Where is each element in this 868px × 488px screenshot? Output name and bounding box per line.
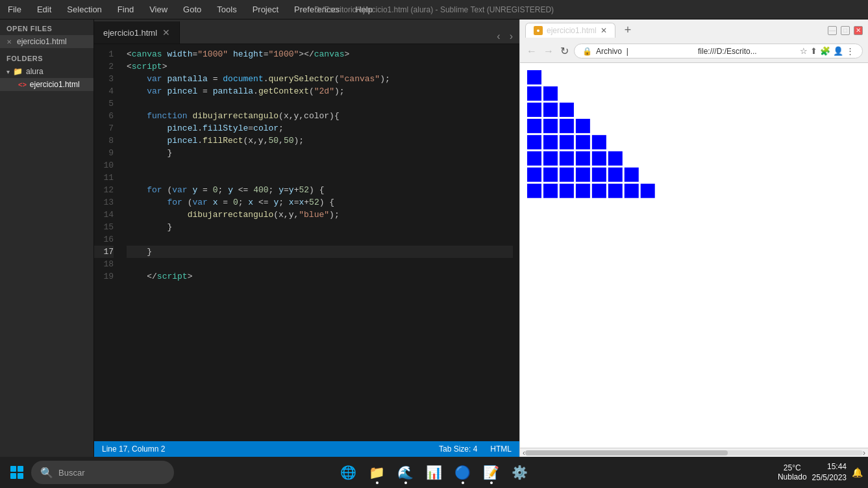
start-button[interactable] [5, 461, 29, 484]
browser-close-btn[interactable]: ✕ [854, 26, 863, 35]
back-button[interactable]: ← [525, 44, 538, 58]
browser-tab-close[interactable]: ✕ [601, 26, 607, 35]
browser-restore-btn[interactable]: □ [841, 26, 850, 35]
editor-tab[interactable]: ejercicio1.html ✕ [94, 21, 180, 44]
status-line-col: Line 17, Column 2 [102, 444, 165, 454]
code-content[interactable]: <canvas width="1000" height="1000"></can… [120, 44, 519, 441]
close-file-icon[interactable]: ✕ [6, 38, 12, 45]
tab-close-icon[interactable]: ✕ [162, 27, 170, 38]
clock-date: 25/5/2023 [812, 472, 847, 483]
html-file-icon: <> [18, 81, 27, 88]
menu-bar: D:/Escritorio/ejercicio1.html (alura) - … [0, 0, 868, 19]
sidebar: OPEN FILES ✕ ejercicio1.html FOLDERS ▾ 📁… [0, 19, 94, 457]
taskbar-icon-dot2 [404, 482, 407, 484]
address-text: Archivo | [596, 47, 694, 56]
settings-icon[interactable]: ⋮ [846, 46, 854, 56]
status-right: Tab Size: 4 HTML [439, 444, 512, 454]
menu-selection[interactable]: Selection [64, 3, 104, 16]
menu-find[interactable]: Find [115, 3, 136, 16]
taskbar: 🔍 Buscar 🌐 📁 🌊 📊 🔵 📝 ⚙️ [0, 457, 868, 488]
profile-icon[interactable]: 👤 [833, 46, 843, 56]
weather-desc: Nublado [778, 472, 807, 482]
taskbar-browser-icon[interactable]: 🌊 [393, 459, 419, 485]
main-container: OPEN FILES ✕ ejercicio1.html FOLDERS ▾ 📁… [0, 19, 868, 457]
taskbar-center-icons: 🌐 📁 🌊 📊 🔵 📝 ⚙️ [336, 459, 533, 485]
file-ejercicio1[interactable]: <> ejercicio1.html [0, 78, 93, 91]
notification-icon[interactable]: 🔔 [852, 467, 863, 478]
tab-controls: ‹ › [494, 29, 519, 44]
browser-tab[interactable]: ● ejercicio1.html ✕ [525, 23, 615, 38]
folder-arrow-icon: ▾ [6, 68, 10, 75]
scroll-track[interactable] [525, 450, 863, 456]
menu-project[interactable]: Project [250, 3, 281, 16]
browser-chrome: ● ejercicio1.html ✕ + — □ ✕ ← → ↻ 🔒 Arch [520, 19, 868, 63]
lock-icon: 🔒 [582, 47, 592, 56]
scroll-thumb [525, 450, 728, 456]
search-label: Buscar [58, 468, 84, 478]
taskbar-chrome-icon[interactable]: 🔵 [450, 459, 476, 485]
windows-logo [10, 466, 23, 479]
weather-temp: 25°C [778, 463, 807, 472]
taskbar-powerpoint-icon[interactable]: 📊 [421, 459, 447, 485]
taskbar-files-icon[interactable]: 📁 [364, 459, 390, 485]
preview-canvas [520, 63, 868, 448]
address-icons: ☆ ⬆ 🧩 👤 ⋮ [800, 46, 854, 56]
status-bar: Line 17, Column 2 Tab Size: 4 HTML [94, 441, 519, 457]
browser-panel: ● ejercicio1.html ✕ + — □ ✕ ← → ↻ 🔒 Arch [519, 19, 868, 457]
taskbar-widget-icon[interactable]: 🌐 [336, 459, 362, 485]
tab-next-btn[interactable]: › [507, 29, 515, 44]
editor-container: ejercicio1.html ✕ ‹ › 123456789101112131… [94, 19, 519, 457]
taskbar-right: 25°C Nublado 15:44 25/5/2023 🔔 [778, 461, 863, 483]
browser-tab-title: ejercicio1.html [547, 26, 597, 35]
share-icon[interactable]: ⬆ [810, 46, 817, 56]
menu-tools[interactable]: Tools [214, 3, 239, 16]
address-bar-row: ← → ↻ 🔒 Archivo | file:///D:/Escrito... … [520, 41, 868, 62]
reload-button[interactable]: ↻ [559, 44, 570, 58]
folder-alura[interactable]: ▾ 📁 alura [0, 65, 93, 78]
line-numbers: 12345678910111213141516171819 [94, 44, 120, 441]
status-syntax: HTML [490, 444, 512, 454]
taskbar-icon-dot4 [490, 482, 493, 484]
browser-content [520, 63, 868, 448]
tab-prev-btn[interactable]: ‹ [494, 29, 502, 44]
taskbar-sublime-icon[interactable]: 📝 [478, 459, 504, 485]
menu-edit[interactable]: Edit [34, 3, 54, 16]
browser-tab-icon: ● [534, 26, 543, 35]
open-files-title: OPEN FILES [0, 19, 93, 35]
open-file-name: ejercicio1.html [17, 37, 67, 46]
search-icon: 🔍 [40, 467, 53, 479]
folder-name: alura [26, 67, 43, 76]
menu-view[interactable]: View [147, 3, 170, 16]
address-url: file:///D:/Escrito... [698, 47, 796, 56]
folders-title: FOLDERS [0, 48, 93, 65]
bookmark-icon[interactable]: ☆ [800, 46, 808, 56]
menu-goto[interactable]: Goto [180, 3, 204, 16]
address-bar[interactable]: 🔒 Archivo | file:///D:/Escrito... ☆ ⬆ 🧩 … [574, 44, 863, 58]
taskbar-search[interactable]: 🔍 Buscar [31, 461, 174, 484]
taskbar-extra-icon[interactable]: ⚙️ [507, 459, 533, 485]
menu-file[interactable]: File [5, 3, 24, 16]
scroll-right-arrow[interactable]: › [863, 448, 865, 457]
browser-top-bar: ● ejercicio1.html ✕ + — □ ✕ [520, 19, 868, 41]
taskbar-icon-dot [376, 482, 378, 484]
file-name: ejercicio1.html [30, 80, 80, 89]
status-tab-size: Tab Size: 4 [439, 444, 477, 454]
taskbar-clock[interactable]: 15:44 25/5/2023 [812, 461, 847, 483]
extensions-icon[interactable]: 🧩 [820, 46, 830, 56]
browser-scroll-bottom: ‹ › [520, 448, 868, 457]
taskbar-icon-dot3 [462, 482, 464, 484]
tab-filename: ejercicio1.html [103, 28, 157, 38]
code-editor[interactable]: 12345678910111213141516171819 <canvas wi… [94, 44, 519, 441]
open-file-item[interactable]: ✕ ejercicio1.html [0, 35, 93, 48]
tab-bar: ejercicio1.html ✕ ‹ › [94, 19, 519, 44]
window-title: D:/Escritorio/ejercicio1.html (alura) - … [314, 5, 554, 14]
clock-time: 15:44 [812, 461, 847, 472]
weather-widget: 25°C Nublado [778, 463, 807, 482]
forward-button[interactable]: → [542, 44, 555, 58]
new-tab-button[interactable]: + [621, 22, 636, 38]
browser-minimize-btn[interactable]: — [828, 26, 837, 35]
